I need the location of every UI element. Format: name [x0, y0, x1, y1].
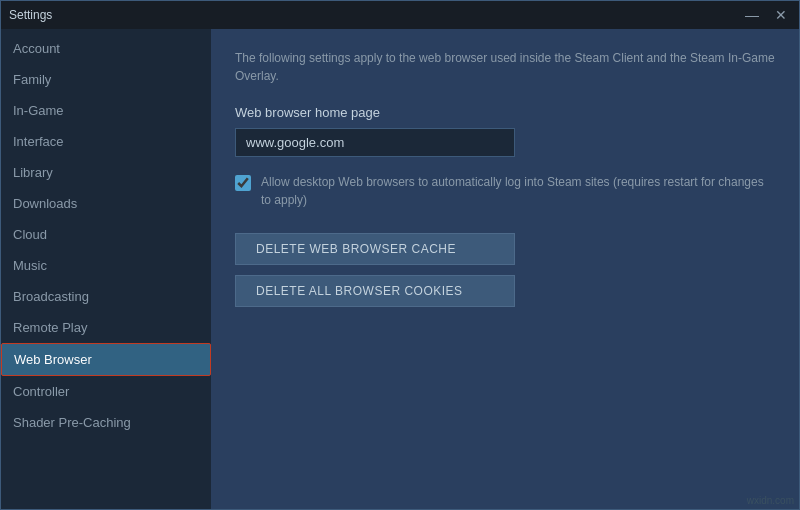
- sidebar-item-remote-play[interactable]: Remote Play: [1, 312, 211, 343]
- delete-cookies-button[interactable]: DELETE ALL BROWSER COOKIES: [235, 275, 515, 307]
- settings-window: Settings — ✕ AccountFamilyIn-GameInterfa…: [0, 0, 800, 510]
- home-page-label: Web browser home page: [235, 105, 775, 120]
- window-title: Settings: [9, 8, 52, 22]
- sidebar-item-cloud[interactable]: Cloud: [1, 219, 211, 250]
- main-panel: The following settings apply to the web …: [211, 29, 799, 509]
- sidebar-item-family[interactable]: Family: [1, 64, 211, 95]
- main-content: AccountFamilyIn-GameInterfaceLibraryDown…: [1, 29, 799, 509]
- minimize-button[interactable]: —: [741, 6, 763, 24]
- close-button[interactable]: ✕: [771, 6, 791, 24]
- sidebar-item-downloads[interactable]: Downloads: [1, 188, 211, 219]
- auto-login-checkbox-wrapper[interactable]: [235, 175, 251, 194]
- auto-login-checkbox[interactable]: [235, 175, 251, 191]
- sidebar-item-in-game[interactable]: In-Game: [1, 95, 211, 126]
- window-controls: — ✕: [741, 6, 791, 24]
- description-text: The following settings apply to the web …: [235, 49, 775, 85]
- sidebar-item-web-browser[interactable]: Web Browser: [1, 343, 211, 376]
- sidebar-item-interface[interactable]: Interface: [1, 126, 211, 157]
- sidebar-item-account[interactable]: Account: [1, 33, 211, 64]
- titlebar: Settings — ✕: [1, 1, 799, 29]
- delete-cache-button[interactable]: DELETE WEB BROWSER CACHE: [235, 233, 515, 265]
- home-page-input[interactable]: [235, 128, 515, 157]
- checkbox-row: Allow desktop Web browsers to automatica…: [235, 173, 775, 209]
- watermark: wxidn.com: [747, 495, 794, 506]
- sidebar-item-controller[interactable]: Controller: [1, 376, 211, 407]
- sidebar-item-shader-pre-caching[interactable]: Shader Pre-Caching: [1, 407, 211, 438]
- sidebar-item-music[interactable]: Music: [1, 250, 211, 281]
- auto-login-label[interactable]: Allow desktop Web browsers to automatica…: [261, 173, 775, 209]
- sidebar-item-broadcasting[interactable]: Broadcasting: [1, 281, 211, 312]
- sidebar: AccountFamilyIn-GameInterfaceLibraryDown…: [1, 29, 211, 509]
- sidebar-item-library[interactable]: Library: [1, 157, 211, 188]
